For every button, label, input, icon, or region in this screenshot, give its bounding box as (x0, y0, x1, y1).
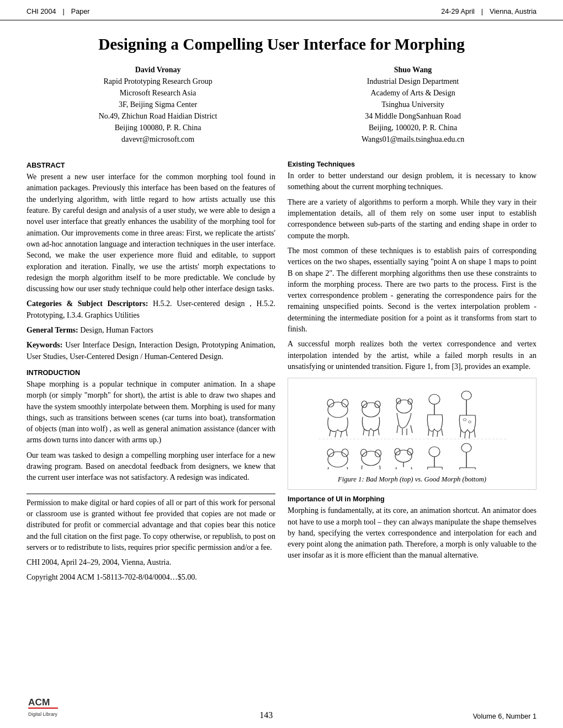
svg-point-8 (362, 401, 367, 408)
header-sep2: | (481, 8, 483, 15)
svg-point-27 (461, 391, 471, 400)
svg-point-36 (328, 452, 348, 467)
svg-point-50 (395, 450, 412, 462)
categories-line: Categories & Subject Descriptors: H.5.2.… (26, 298, 275, 321)
general-terms-text: Design, Human Factors (80, 326, 153, 334)
footnote-copyright: Copyright 2004 ACM 1-58113-702-8/04/0004… (26, 572, 275, 583)
svg-line-29 (460, 430, 461, 437)
author-2-aff-1: Industrial Design Department (362, 76, 464, 87)
svg-text:ACM: ACM (28, 697, 50, 708)
svg-line-6 (346, 430, 347, 436)
svg-line-3 (330, 430, 331, 436)
svg-point-66 (461, 443, 471, 452)
svg-line-26 (442, 429, 443, 436)
page: CHI 2004 | Paper 24-29 April | Vienna, A… (0, 0, 563, 728)
footnote-chi-cite: CHI 2004, April 24–29, 2004, Vienna, Aus… (26, 557, 275, 568)
existing-techniques-section: Existing Techniques In order to better u… (288, 160, 537, 372)
morph-svg (318, 387, 506, 469)
svg-point-21 (429, 394, 440, 404)
header-sep1: | (62, 8, 64, 15)
intro-section: INTRODUCTION Shape morphing is a popular… (26, 369, 275, 484)
acm-logo-svg: ACM Digital Library (26, 693, 60, 720)
importance-heading: Importance of UI in Morphing (288, 495, 537, 503)
author-1-aff-5: Beijing 100080, P. R. China (99, 122, 217, 133)
body-columns: ABSTRACT We present a new user interface… (26, 155, 537, 587)
svg-line-17 (397, 425, 398, 433)
authors-section: David Vronay Rapid Prototyping Research … (26, 64, 537, 145)
paper-type: Paper (71, 8, 90, 15)
morph-figure-image (294, 384, 530, 472)
author-1: David Vronay Rapid Prototyping Research … (99, 64, 217, 145)
footnote: Permission to make digital or hard copie… (26, 494, 275, 584)
author-2-aff-5: Beijing, 100020, P. R. China (362, 122, 464, 133)
svg-line-32 (474, 430, 475, 437)
author-2-aff-2: Academy of Arts & Design (362, 87, 464, 99)
svg-point-7 (362, 403, 380, 417)
svg-point-44 (360, 449, 367, 457)
page-number: 143 (259, 710, 273, 720)
svg-line-13 (378, 429, 379, 435)
figure-1: Figure 1: Bad Morph (top) vs. Good Morph… (288, 378, 537, 490)
intro-heading: INTRODUCTION (26, 369, 275, 377)
existing-para-4: A successful morph realizes both the ver… (288, 339, 537, 372)
keywords-line: Keywords: User Interface Design, Interac… (26, 340, 275, 362)
svg-line-10 (363, 429, 364, 435)
existing-para-1: In order to better understand our design… (288, 170, 537, 193)
svg-point-43 (362, 451, 380, 465)
footnote-permission: Permission to make digital or hard copie… (26, 497, 275, 553)
svg-line-31 (469, 432, 470, 438)
conference-name: CHI 2004 (26, 8, 56, 15)
keywords-text: User Interface Design, Interaction Desig… (26, 341, 275, 360)
acm-logo-area: ACM Digital Library (26, 693, 60, 720)
header-left: CHI 2004 | Paper (26, 8, 90, 15)
intro-para-1: Shape morphing is a popular technique in… (26, 379, 275, 446)
svg-point-16 (408, 399, 412, 404)
svg-line-25 (437, 431, 438, 437)
conf-date: 24-29 April (441, 8, 475, 15)
svg-line-5 (341, 432, 342, 437)
author-2-name: Shuo Wang (362, 64, 464, 76)
svg-line-24 (433, 431, 433, 437)
svg-point-52 (407, 448, 413, 455)
general-terms-heading: General Terms: (26, 326, 78, 334)
existing-techniques-heading: Existing Techniques (288, 160, 537, 168)
intro-para-2: Our team was tasked to design a compelli… (26, 450, 275, 484)
svg-line-11 (369, 431, 369, 436)
right-column: Existing Techniques In order to better u… (288, 155, 537, 587)
svg-line-20 (411, 425, 412, 433)
author-1-aff-3: 3F, Beijing Sigma Center (99, 99, 217, 110)
existing-para-2: There are a variety of algorithms to per… (288, 197, 537, 242)
author-2-email: Wangs01@mails.tsinghua.edu.cn (362, 133, 464, 145)
author-2-aff-3: Tsinghua University (362, 99, 464, 110)
header-right: 24-29 April | Vienna, Austria (441, 8, 537, 15)
page-header: CHI 2004 | Paper 24-29 April | Vienna, A… (0, 0, 563, 20)
abstract-heading: ABSTRACT (26, 162, 275, 169)
author-1-aff-2: Microsoft Research Asia (99, 87, 217, 99)
author-2: Shuo Wang Industrial Design Department A… (362, 64, 464, 145)
author-1-email: davevr@microsoft.com (99, 133, 217, 145)
svg-point-34 (468, 421, 471, 423)
author-2-aff-4: 34 Middle DongSanhuan Road (362, 110, 464, 122)
svg-point-9 (375, 401, 380, 408)
svg-text:Digital Library: Digital Library (28, 711, 58, 717)
abstract-section: ABSTRACT We present a new user interface… (26, 162, 275, 295)
keywords-heading: Keywords: (26, 341, 62, 349)
page-footer: ACM Digital Library 143 Volume 6, Number… (0, 687, 563, 728)
figure-1-caption: Figure 1: Bad Morph (top) vs. Good Morph… (294, 475, 530, 484)
main-content: Designing a Compelling User Interface fo… (0, 20, 563, 598)
svg-line-12 (373, 431, 374, 436)
conf-location: Vienna, Austria (490, 8, 537, 15)
author-1-aff-1: Rapid Prototyping Research Group (99, 76, 217, 87)
author-1-name: David Vronay (99, 64, 217, 76)
paper-title: Designing a Compelling User Interface fo… (26, 35, 537, 54)
svg-point-58 (429, 447, 440, 457)
svg-point-0 (328, 402, 348, 417)
svg-point-14 (396, 400, 412, 413)
left-column: ABSTRACT We present a new user interface… (26, 155, 275, 587)
svg-line-23 (428, 429, 429, 436)
categories-heading: Categories & Subject Descriptors: (26, 299, 148, 308)
importance-para-1: Morphing is fundamentally, at its core, … (288, 505, 537, 561)
svg-rect-76 (28, 708, 58, 709)
volume-info: Volume 6, Number 1 (473, 713, 537, 720)
svg-line-4 (335, 432, 336, 437)
